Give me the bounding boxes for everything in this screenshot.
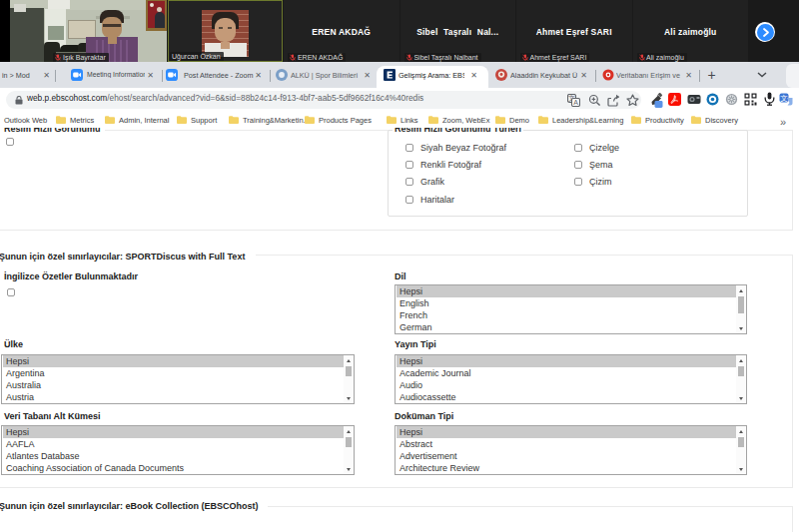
svg-text:A: A <box>573 99 578 106</box>
svg-text:文: 文 <box>780 94 788 103</box>
